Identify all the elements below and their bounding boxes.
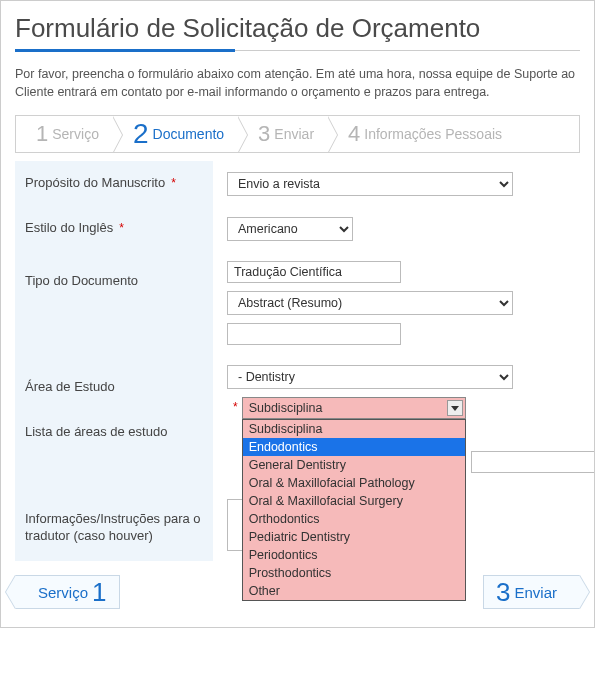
english-style-select[interactable]: Americano (227, 217, 353, 241)
label-purpose: Propósito do Manuscrito* (15, 161, 213, 206)
label-english-style: Estilo do Inglês* (15, 206, 213, 251)
subdiscipline-option-list[interactable]: SubdisciplinaEndodonticsGeneral Dentistr… (242, 419, 466, 601)
required-marker: * (233, 400, 238, 414)
nav-label: Enviar (514, 584, 557, 601)
nav-label: Serviço (38, 584, 88, 601)
step-number: 2 (133, 118, 149, 150)
step-number: 4 (348, 121, 360, 147)
step-number: 3 (258, 121, 270, 147)
doc-type-select[interactable]: Abstract (Resumo) (227, 291, 513, 315)
step-tabs: 1 Serviço 2 Documento 3 Enviar 4 Informa… (15, 115, 580, 153)
label-study-area-list: Lista de áreas de estudo (25, 424, 167, 441)
step-number: 1 (36, 121, 48, 147)
subdiscipline-option[interactable]: General Dentistry (243, 456, 465, 474)
purpose-select[interactable]: Envio a revista (227, 172, 513, 196)
title-underline (15, 50, 580, 51)
form-grid: Propósito do Manuscrito* Envio a revista… (15, 161, 580, 561)
intro-text: Por favor, preencha o formulário abaixo … (15, 65, 580, 101)
label-doc-type: Tipo do Documento (15, 251, 213, 355)
doc-type-extra-input[interactable] (227, 323, 401, 345)
subdiscipline-option[interactable]: Other (243, 582, 465, 600)
step-label: Serviço (52, 126, 99, 142)
label-study-area: Área de Estudo (25, 379, 115, 396)
next-button[interactable]: 3 Enviar (483, 575, 580, 609)
step-label: Informações Pessoais (364, 126, 502, 142)
step-3-enviar[interactable]: 3 Enviar (238, 116, 328, 152)
step-2-documento[interactable]: 2 Documento (113, 116, 238, 152)
nav-number: 1 (92, 577, 106, 608)
chevron-down-icon[interactable] (447, 400, 463, 416)
subdiscipline-option[interactable]: Oral & Maxillofacial Pathology (243, 474, 465, 492)
step-4-info-pessoais[interactable]: 4 Informações Pessoais (328, 116, 516, 152)
step-label: Enviar (274, 126, 314, 142)
study-area-extra-input[interactable] (471, 451, 595, 473)
required-marker: * (119, 221, 124, 237)
subdiscipline-option[interactable]: Periodontics (243, 546, 465, 564)
nav-number: 3 (496, 577, 510, 608)
step-1-servico[interactable]: 1 Serviço (16, 116, 113, 152)
step-label: Documento (153, 126, 225, 142)
page-title: Formulário de Solicitação de Orçamento (15, 13, 580, 44)
subdiscipline-option[interactable]: Orthodontics (243, 510, 465, 528)
doc-type-text-input[interactable] (227, 261, 401, 283)
subdiscipline-option[interactable]: Endodontics (243, 438, 465, 456)
required-marker: * (171, 176, 176, 192)
prev-button[interactable]: Serviço 1 (15, 575, 120, 609)
subdiscipline-option[interactable]: Pediatric Dentistry (243, 528, 465, 546)
label-instructions: Informações/Instruções para o tradutor (… (15, 489, 213, 561)
subdiscipline-option[interactable]: Prosthodontics (243, 564, 465, 582)
subdiscipline-option[interactable]: Subdisciplina (243, 420, 465, 438)
subdiscipline-option[interactable]: Oral & Maxillofacial Surgery (243, 492, 465, 510)
subdiscipline-selected[interactable]: Subdisciplina (242, 397, 466, 419)
subdiscipline-dropdown[interactable]: Subdisciplina SubdisciplinaEndodonticsGe… (242, 397, 466, 419)
study-area-select[interactable]: - Dentistry (227, 365, 513, 389)
